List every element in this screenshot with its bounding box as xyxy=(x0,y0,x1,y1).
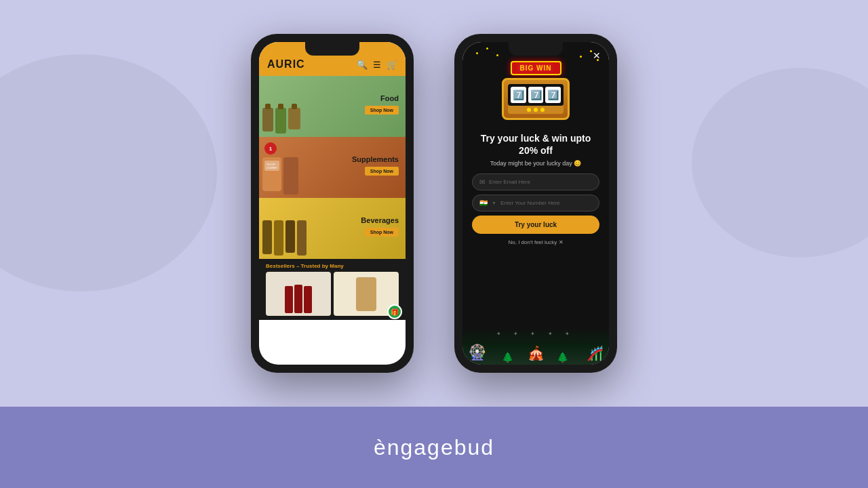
beverages-section: Beverages Shop Now xyxy=(259,198,406,259)
product-bottle xyxy=(304,286,312,313)
cart-icon[interactable]: 🛒 xyxy=(387,60,397,70)
popup-subtitle: Today might be your lucky day 😊 xyxy=(472,160,599,167)
search-icon[interactable]: 🔍 xyxy=(357,60,368,70)
food-title: Food xyxy=(365,94,399,102)
food-shop-button[interactable]: Shop Now xyxy=(365,106,399,115)
bestsellers-title: Bestsellers – Trusted by Many xyxy=(266,263,399,269)
slot-dot xyxy=(534,108,538,112)
slot-machine: 7️⃣ 7️⃣ 7️⃣ xyxy=(502,78,570,120)
auric-logo: AURIC xyxy=(267,58,305,70)
roller-coaster-icon: 🎢 xyxy=(587,345,604,361)
close-button[interactable]: ✕ xyxy=(593,50,601,61)
circus-tent-icon: 🎪 xyxy=(528,345,545,361)
menu-icon[interactable]: ☰ xyxy=(373,60,381,70)
beverages-title: Beverages xyxy=(361,216,399,224)
bestseller-item-2: 🎁 xyxy=(334,272,399,316)
engagebud-logo: èngagebud xyxy=(374,435,494,460)
slot-base xyxy=(508,106,564,114)
bestsellers-section: Bestsellers – Trusted by Many 🎁 xyxy=(259,259,406,320)
fw-dot xyxy=(476,52,478,54)
fw-dot xyxy=(590,50,592,52)
email-input-wrapper[interactable]: ✉ Enter Email Here xyxy=(472,174,599,190)
reel-1: 7️⃣ xyxy=(511,87,526,103)
beverages-shop-button[interactable]: Shop Now xyxy=(365,228,399,237)
supplements-label: Supplements Shop Now xyxy=(352,155,399,176)
dismiss-label: No, I don't feel lucky xyxy=(508,239,557,245)
popup-title: Try your luck & win upto 20% off xyxy=(472,132,599,157)
product-item xyxy=(262,108,273,131)
product-item xyxy=(274,220,283,256)
product-item xyxy=(275,108,286,134)
carnival-footer: ✦ ✦ ✦ ✦ ✦ 🎡 🎪 🎢 🌲 🌲 xyxy=(462,327,609,365)
auric-nav-icons: 🔍 ☰ 🛒 xyxy=(357,60,397,70)
popup-screen: ✕ BIG WIN 7️⃣ 7️⃣ xyxy=(462,42,609,365)
tree-icon-2: 🌲 xyxy=(557,352,568,363)
product-item xyxy=(297,220,307,256)
supplements-products: SLEEPGUMMY xyxy=(262,157,298,195)
footer: èngagebud xyxy=(0,407,868,488)
popup-content-area: ✕ BIG WIN 7️⃣ 7️⃣ xyxy=(462,42,609,365)
email-placeholder: Enter Email Here xyxy=(489,179,530,185)
product-item xyxy=(283,157,298,195)
supplements-title: Supplements xyxy=(352,155,399,163)
beverages-label: Beverages Shop Now xyxy=(361,216,399,237)
bestsellers-grid: 🎁 xyxy=(266,272,399,316)
reel-3: 7️⃣ xyxy=(545,87,561,103)
stars-decoration: ✦ ✦ ✦ ✦ ✦ xyxy=(462,331,609,337)
supplements-section: SLEEPGUMMY Supplements Shop Now 1 xyxy=(259,137,406,198)
product-bottle xyxy=(294,285,302,313)
dropdown-arrow-icon: ▼ xyxy=(492,201,496,205)
reel-2: 7️⃣ xyxy=(528,87,544,103)
product-item: SLEEPGUMMY xyxy=(262,157,281,191)
phone-notch-right xyxy=(509,42,563,56)
auric-app-screen: AURIC 🔍 ☰ 🛒 Food Shop Now xyxy=(259,42,406,365)
bestseller-item-1 xyxy=(266,272,331,316)
fw-dot xyxy=(496,54,498,56)
product-item xyxy=(262,220,272,254)
popup-form-area: Try your luck & win upto 20% off Today m… xyxy=(462,127,609,327)
phone-notch-left xyxy=(305,42,359,56)
food-label: Food Shop Now xyxy=(365,94,399,115)
phone-input-wrapper[interactable]: 🇮🇳 ▼ Enter Your Number Here xyxy=(472,195,599,211)
food-products xyxy=(262,108,300,134)
product-item xyxy=(288,108,300,129)
product-item xyxy=(285,220,295,253)
try-luck-button[interactable]: Try your luck xyxy=(472,216,599,234)
slot-dot xyxy=(540,108,545,112)
slot-reels: 7️⃣ 7️⃣ 7️⃣ xyxy=(508,84,564,106)
supplements-shop-button[interactable]: Shop Now xyxy=(365,167,399,176)
phones-container: AURIC 🔍 ☰ 🛒 Food Shop Now xyxy=(0,0,868,407)
right-phone-frame: ✕ BIG WIN 7️⃣ 7️⃣ xyxy=(454,34,617,373)
fw-dot xyxy=(580,56,582,58)
fw-dot xyxy=(486,47,488,49)
ferris-wheel-icon: 🎡 xyxy=(468,344,486,361)
dismiss-text[interactable]: No, I don't feel lucky ✕ xyxy=(472,239,599,245)
india-flag-icon: 🇮🇳 xyxy=(479,199,488,207)
beverages-products xyxy=(262,220,307,256)
phone-placeholder: Enter Your Number Here xyxy=(500,200,560,206)
product-bottle xyxy=(285,286,293,313)
slot-dot xyxy=(527,108,531,112)
email-icon: ✉ xyxy=(479,178,485,186)
product-display xyxy=(356,277,376,311)
left-phone-frame: AURIC 🔍 ☰ 🛒 Food Shop Now xyxy=(251,34,414,373)
gift-badge[interactable]: 🎁 xyxy=(387,304,402,319)
tree-icon: 🌲 xyxy=(502,352,513,363)
dismiss-icon: ✕ xyxy=(559,239,564,245)
notification-badge: 1 xyxy=(264,142,277,155)
food-section: Food Shop Now xyxy=(259,76,406,137)
